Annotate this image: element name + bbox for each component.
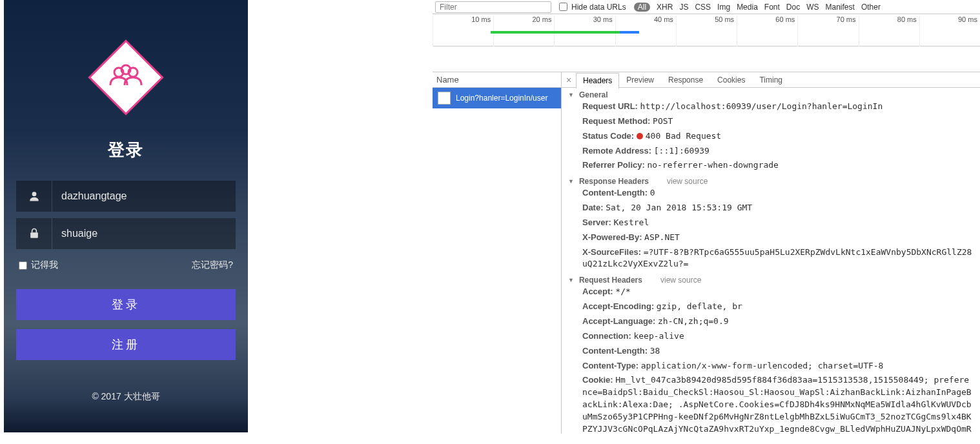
request-row[interactable]: Login?hanler=LoginIn/user [433, 88, 561, 108]
register-button[interactable]: 注册 [16, 329, 236, 360]
filter-chip-js[interactable]: JS [679, 3, 688, 12]
response-header-row: Content-Length: 0 [568, 186, 974, 201]
login-options-row: 记得我 忘记密码? [16, 256, 236, 271]
filter-chip-all[interactable]: All [634, 3, 650, 12]
response-header-row: Date: Sat, 20 Jan 2018 15:53:19 GMT [568, 201, 974, 216]
section-request-headers: Request Headers view source Accept: */*A… [562, 273, 980, 434]
timeline-tick: 50 ms [676, 15, 737, 46]
timeline-tick: 70 ms [797, 15, 858, 46]
network-toolbar: Hide data URLs AllXHRJSCSSImgMediaFontDo… [433, 0, 980, 14]
response-header-row: X-Powered-By: ASP.NET [568, 230, 974, 245]
logo-diamond [84, 35, 168, 119]
request-name-text: Login?hanler=LoginIn/user [456, 94, 547, 103]
view-source-link[interactable]: view source [667, 177, 708, 186]
password-field [16, 218, 236, 249]
remember-me-label[interactable]: 记得我 [19, 259, 58, 271]
timeline-tick: 10 ms [433, 15, 493, 46]
user-icon [16, 181, 52, 212]
timeline-tick: 90 ms [919, 15, 980, 46]
forgot-password-link[interactable]: 忘记密码? [192, 259, 233, 271]
request-headers-header[interactable]: Request Headers view source [568, 276, 974, 285]
svg-point-4 [32, 192, 36, 196]
filter-chip-other[interactable]: Other [861, 3, 881, 12]
svg-rect-5 [30, 232, 38, 237]
password-input[interactable] [52, 228, 236, 239]
login-title: 登录 [108, 139, 144, 161]
filter-chip-manifest[interactable]: Manifest [826, 3, 855, 12]
request-details: × HeadersPreviewResponseCookiesTiming Ge… [562, 72, 980, 434]
login-form: 记得我 忘记密码? 登录 注册 [16, 181, 236, 360]
devtools-panel: Hide data URLs AllXHRJSCSSImgMediaFontDo… [433, 0, 980, 444]
section-general: General Request URL: http://localhost:60… [562, 88, 980, 174]
timeline-bar-blue [620, 31, 639, 34]
filter-chip-ws[interactable]: WS [806, 3, 819, 12]
network-split: Name Login?hanler=LoginIn/user × Headers… [433, 72, 980, 434]
response-header-row: X-SourceFiles: =?UTF-8?B?RTpc6aG555uu5pa… [568, 245, 974, 272]
general-header[interactable]: General [568, 90, 974, 99]
timeline-bar-green [491, 31, 620, 34]
filter-chips: AllXHRJSCSSImgMediaFontDocWSManifestOthe… [634, 3, 881, 12]
tab-response[interactable]: Response [661, 72, 710, 88]
timeline-spacer [433, 46, 980, 72]
remember-me-checkbox[interactable] [19, 261, 27, 270]
filter-chip-img[interactable]: Img [717, 3, 730, 12]
login-panel: 登录 记得我 忘记密码? 登录 注册 © 2017 大壮他哥 [4, 0, 248, 432]
filter-chip-doc[interactable]: Doc [786, 3, 800, 12]
request-header-row: Content-Type: application/x-www-form-url… [568, 359, 974, 374]
username-input[interactable] [52, 190, 236, 202]
document-icon [438, 92, 451, 105]
remember-me-text: 记得我 [31, 259, 58, 271]
response-header-row: Server: Kestrel [568, 216, 974, 230]
request-header-row: Accept-Encoding: gzip, deflate, br [568, 299, 974, 314]
timeline-tick: 80 ms [859, 15, 919, 46]
filter-input[interactable] [435, 1, 551, 13]
network-timeline[interactable]: 10 ms20 ms30 ms40 ms50 ms60 ms70 ms80 ms… [433, 14, 980, 46]
detail-tabs: × HeadersPreviewResponseCookiesTiming [562, 72, 980, 88]
request-header-row: Content-Length: 38 [568, 344, 974, 359]
request-header-row: Cookie: Hm_lvt_047ca3b89420d985d595f884f… [568, 373, 974, 434]
tab-cookies[interactable]: Cookies [710, 72, 752, 88]
section-response-headers: Response Headers view source Content-Len… [562, 174, 980, 273]
status-dot-icon [637, 133, 643, 139]
tab-preview[interactable]: Preview [619, 72, 661, 88]
login-button[interactable]: 登录 [16, 289, 236, 320]
filter-chip-xhr[interactable]: XHR [657, 3, 673, 12]
tab-timing[interactable]: Timing [752, 72, 790, 88]
timeline-tick: 60 ms [737, 15, 797, 46]
filter-chip-media[interactable]: Media [737, 3, 758, 12]
filter-chip-css[interactable]: CSS [695, 3, 711, 12]
response-headers-header[interactable]: Response Headers view source [568, 177, 974, 186]
filter-chip-font[interactable]: Font [764, 3, 780, 12]
tab-headers[interactable]: Headers [576, 73, 619, 88]
svg-rect-0 [89, 41, 162, 114]
name-column-header[interactable]: Name [433, 72, 561, 88]
request-header-row: Accept: */* [568, 285, 974, 299]
username-field [16, 181, 236, 212]
request-header-row: Accept-Language: zh-CN,zh;q=0.9 [568, 314, 974, 329]
hide-data-urls-checkbox[interactable] [559, 3, 567, 11]
lock-icon [16, 218, 52, 249]
view-source-link[interactable]: view source [660, 276, 701, 285]
close-icon[interactable]: × [562, 75, 576, 85]
login-footer: © 2017 大壮他哥 [92, 391, 159, 403]
request-header-row: Connection: keep-alive [568, 329, 974, 344]
hide-data-urls-label: Hide data URLs [571, 3, 626, 12]
request-names-column: Name Login?hanler=LoginIn/user [433, 72, 562, 434]
